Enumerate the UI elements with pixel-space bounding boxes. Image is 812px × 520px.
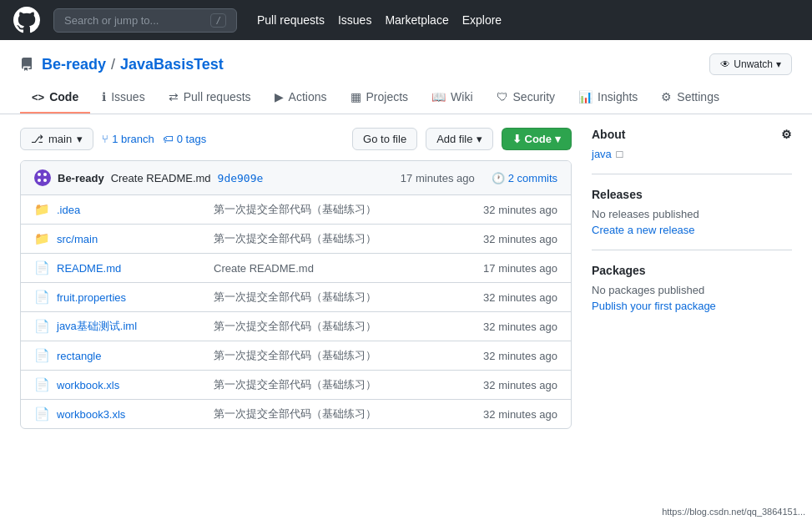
releases-note: No releases published — [592, 208, 792, 220]
pr-tab-icon: ⇄ — [169, 90, 179, 103]
unwatch-button[interactable]: 👁 Unwatch ▾ — [709, 53, 792, 75]
tab-issues[interactable]: ℹ Issues — [90, 82, 156, 114]
nav-issues[interactable]: Issues — [338, 13, 371, 27]
code-button-label: Code — [525, 133, 552, 145]
repo-header: Be-ready / JavaBasisTest 👁 Unwatch ▾ — [0, 40, 812, 75]
wiki-tab-icon: 📖 — [431, 90, 446, 103]
security-tab-icon: 🛡 — [497, 90, 508, 103]
file-time: 32 minutes ago — [457, 321, 557, 333]
file-icon: 📄 — [34, 260, 50, 275]
about-content: java □ — [592, 148, 792, 160]
tab-settings-label: Settings — [677, 90, 719, 103]
search-kbd: / — [210, 13, 226, 28]
search-input[interactable]: Search or jump to... / — [53, 8, 237, 33]
file-row-java: 📄 java基础测试.iml 第一次提交全部代码（基础练习） 32 minute… — [21, 312, 571, 341]
add-file-button[interactable]: Add file ▾ — [426, 128, 492, 150]
download-icon: ⬇ — [512, 133, 522, 145]
repo-name-link[interactable]: JavaBasisTest — [120, 56, 224, 73]
file-name-link[interactable]: rectangle — [57, 350, 101, 362]
tab-code[interactable]: <> Code — [20, 82, 90, 114]
actions-tab-icon: ▶ — [275, 90, 284, 103]
nav-marketplace[interactable]: Marketplace — [385, 13, 448, 27]
about-section: About ⚙ java □ — [592, 128, 792, 174]
gear-icon[interactable]: ⚙ — [781, 128, 792, 141]
folder-icon: 📁 — [34, 231, 50, 246]
settings-tab-icon: ⚙ — [661, 90, 672, 103]
file-name-link[interactable]: workbook.xls — [57, 379, 119, 391]
tags-link[interactable]: 🏷 0 tags — [163, 133, 206, 145]
tab-insights[interactable]: 📊 Insights — [567, 82, 649, 114]
file-name-link[interactable]: workbook3.xls — [57, 408, 125, 421]
nav-explore[interactable]: Explore — [462, 13, 502, 27]
file-name: fruit.properties — [57, 290, 207, 304]
file-row-workbook3: 📄 workbook3.xls 第一次提交全部代码（基础练习） 32 minut… — [21, 400, 571, 428]
commit-history-link[interactable]: 2 commits — [508, 172, 557, 184]
branch-name: main — [48, 133, 72, 145]
commit-author-link[interactable]: Be-ready — [58, 172, 104, 184]
code-chevron-icon: ▾ — [555, 133, 561, 145]
file-time: 32 minutes ago — [457, 233, 557, 245]
branch-selector-button[interactable]: ⎇ main ▾ — [20, 128, 93, 150]
branch-chevron-icon: ▾ — [77, 133, 83, 145]
repo-owner-link[interactable]: Be-ready — [42, 56, 106, 73]
branch-fork-icon: ⑂ — [102, 133, 108, 145]
packages-section: Packages No packages published Publish y… — [592, 264, 792, 326]
tab-wiki[interactable]: 📖 Wiki — [420, 82, 484, 114]
tab-security-label: Security — [513, 90, 556, 103]
go-to-file-button[interactable]: Go to file — [352, 128, 417, 150]
tab-pull-requests[interactable]: ⇄ Pull requests — [157, 82, 263, 114]
file-commit-msg: 第一次提交全部代码（基础练习） — [214, 231, 451, 246]
nav-pull-requests[interactable]: Pull requests — [257, 13, 325, 27]
code-button[interactable]: ⬇ Code ▾ — [502, 128, 572, 150]
file-commit-msg: Create README.md — [214, 262, 451, 275]
add-file-chevron-icon: ▾ — [477, 133, 482, 145]
file-name-link[interactable]: fruit.properties — [57, 291, 126, 304]
tab-actions[interactable]: ▶ Actions — [263, 82, 339, 114]
code-tab-icon: <> — [32, 91, 44, 103]
file-name: java基础测试.iml — [57, 319, 207, 334]
breadcrumb-separator: / — [111, 56, 115, 73]
tab-wiki-label: Wiki — [451, 90, 472, 103]
file-name: README.md — [57, 261, 207, 275]
tab-projects[interactable]: ▦ Projects — [339, 82, 421, 114]
about-repo-name: java — [592, 148, 612, 160]
file-row-fruit: 📄 fruit.properties 第一次提交全部代码（基础练习） 32 mi… — [21, 283, 571, 312]
eye-icon: 👁 — [720, 58, 730, 70]
file-row-readme: 📄 README.md Create README.md 17 minutes … — [21, 254, 571, 283]
file-name-link[interactable]: src/main — [57, 233, 98, 245]
file-icon: 📄 — [34, 290, 50, 305]
commit-sha-link[interactable]: 9de909e — [218, 172, 264, 184]
releases-link[interactable]: Create a new release — [592, 224, 695, 236]
file-name: workbook.xls — [57, 378, 207, 391]
commit-message-link[interactable]: Create README.md — [111, 172, 211, 184]
tab-actions-label: Actions — [289, 90, 327, 103]
file-commit-msg: 第一次提交全部代码（基础练习） — [214, 319, 451, 334]
file-name: workbook3.xls — [57, 407, 207, 421]
commit-avatar — [34, 169, 51, 186]
github-logo[interactable] — [13, 7, 40, 33]
file-name-link[interactable]: java基础测试.iml — [57, 320, 137, 332]
file-time: 32 minutes ago — [457, 408, 557, 421]
file-row-srcmain: 📁 src/main 第一次提交全部代码（基础练习） 32 minutes ag… — [21, 225, 571, 254]
file-commit-msg: 第一次提交全部代码（基础练习） — [214, 202, 451, 217]
sidebar: About ⚙ java □ Releases No releases publ… — [592, 128, 792, 429]
chevron-down-icon: ▾ — [776, 58, 781, 70]
branches-link[interactable]: ⑂ 1 branch — [102, 133, 154, 145]
file-icon: 📄 — [34, 319, 50, 334]
file-row-rectangle: 📄 rectangle 第一次提交全部代码（基础练习） 32 minutes a… — [21, 341, 571, 371]
file-name: src/main — [57, 232, 207, 245]
search-placeholder: Search or jump to... — [64, 14, 159, 27]
file-name-link[interactable]: README.md — [57, 262, 121, 275]
nav-bar: Search or jump to... / Pull requests Iss… — [0, 0, 812, 40]
tab-security[interactable]: 🛡 Security — [485, 82, 567, 114]
tab-code-label: Code — [49, 90, 78, 103]
tags-count: 0 tags — [177, 133, 206, 145]
packages-link[interactable]: Publish your first package — [592, 300, 716, 312]
about-title: About ⚙ — [592, 128, 792, 141]
file-time: 32 minutes ago — [457, 291, 557, 304]
file-table: Be-ready Create README.md 9de909e 17 min… — [20, 160, 572, 429]
file-name-link[interactable]: .idea — [57, 204, 80, 216]
tab-projects-label: Projects — [366, 90, 409, 103]
nav-links: Pull requests Issues Marketplace Explore — [257, 13, 502, 27]
tab-settings[interactable]: ⚙ Settings — [649, 82, 731, 114]
